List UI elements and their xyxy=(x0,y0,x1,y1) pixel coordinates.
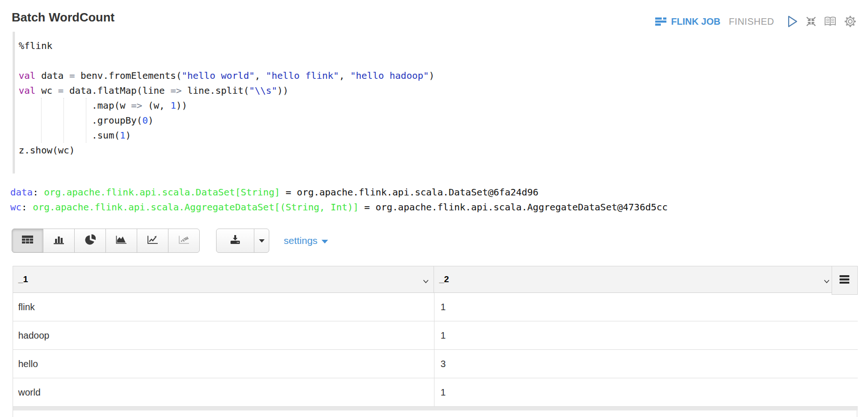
zeppelin-paragraph: Batch WordCount FLINK JOB FINISHED xyxy=(0,0,868,417)
paragraph-controls: FLINK JOB FINISHED xyxy=(655,13,857,30)
cell-word: flink xyxy=(18,293,35,321)
scatter-chart-icon xyxy=(178,235,190,247)
line-chart-button[interactable] xyxy=(137,229,168,253)
cell-count: 1 xyxy=(441,321,446,349)
chart-type-button-group xyxy=(12,229,200,253)
book-icon[interactable] xyxy=(824,16,837,27)
horizontal-scrollbar[interactable] xyxy=(13,407,858,410)
pie-chart-icon xyxy=(84,234,96,247)
table-row: flink1 xyxy=(13,293,858,321)
editor-gutter xyxy=(13,32,15,174)
code-line: val data = benv.fromElements("hello worl… xyxy=(19,68,812,83)
caret-down-icon xyxy=(259,239,265,243)
area-chart-button[interactable] xyxy=(105,229,137,253)
gear-icon[interactable] xyxy=(844,15,857,28)
table-chart-button[interactable] xyxy=(12,229,43,253)
scatter-chart-button[interactable] xyxy=(168,229,200,253)
code-line: %flink xyxy=(19,38,812,53)
indent-guide xyxy=(86,98,86,143)
output-line: wc: org.apache.flink.api.scala.Aggregate… xyxy=(10,200,668,215)
run-button[interactable] xyxy=(787,15,798,28)
cell-count: 1 xyxy=(441,293,446,321)
area-chart-icon xyxy=(115,235,127,247)
table-icon xyxy=(21,235,34,247)
download-button-group xyxy=(216,229,269,253)
code-editor[interactable]: %flink val data = benv.fromElements("hel… xyxy=(19,38,812,158)
cell-count: 1 xyxy=(441,378,446,406)
hamburger-menu-icon xyxy=(840,275,850,285)
indent-guide xyxy=(41,98,42,143)
indent-guide xyxy=(63,98,64,143)
line-chart-icon xyxy=(147,235,159,247)
table-row: hadoop1 xyxy=(13,321,858,350)
code-line: .map(w => (w, 1)) xyxy=(19,98,812,113)
table-header-row: _1 _2 xyxy=(13,266,858,293)
status-badge: FINISHED xyxy=(729,16,774,27)
chevron-down-icon[interactable] xyxy=(423,277,429,285)
table-body: flink1hadoop1hello3world1 xyxy=(13,293,858,407)
table-row: world1 xyxy=(13,378,858,407)
paragraph-title: Batch WordCount xyxy=(12,10,115,25)
settings-label: settings xyxy=(284,235,317,246)
settings-caret-icon xyxy=(322,240,328,243)
column-header-1-label: _1 xyxy=(13,274,28,285)
code-line: .sum(1) xyxy=(19,128,812,143)
download-icon xyxy=(229,234,241,247)
column-header-2[interactable]: _2 xyxy=(434,266,858,292)
flink-job-label: FLINK JOB xyxy=(671,16,721,27)
column-header-1[interactable]: _1 xyxy=(13,266,434,292)
table-row: hello3 xyxy=(13,350,858,378)
code-line: val wc = data.flatMap(line => line.split… xyxy=(19,83,812,98)
cell-word: hello xyxy=(18,350,38,378)
column-header-2-label: _2 xyxy=(434,274,449,285)
grid-menu-button[interactable] xyxy=(832,266,858,295)
code-line: .groupBy(0) xyxy=(19,113,812,128)
collapse-icon[interactable] xyxy=(805,16,817,27)
download-button[interactable] xyxy=(216,229,254,253)
download-options-button[interactable] xyxy=(254,229,269,253)
result-table: _1 _2 flink1hadoop1hello3world1 xyxy=(13,266,857,417)
settings-toggle[interactable]: settings xyxy=(284,235,328,246)
tasks-icon xyxy=(655,16,667,27)
chevron-down-icon[interactable] xyxy=(824,277,830,285)
flink-job-link[interactable]: FLINK JOB xyxy=(655,16,721,27)
bar-chart-button[interactable] xyxy=(43,229,75,253)
code-line xyxy=(19,53,812,68)
bar-chart-icon xyxy=(53,235,65,247)
code-line: z.show(wc) xyxy=(19,143,812,158)
output-line: data: org.apache.flink.api.scala.DataSet… xyxy=(10,185,668,200)
paragraph-output: data: org.apache.flink.api.scala.DataSet… xyxy=(10,185,668,215)
cell-word: world xyxy=(18,378,41,406)
cell-word: hadoop xyxy=(18,321,49,349)
pie-chart-button[interactable] xyxy=(74,229,106,253)
column-divider xyxy=(434,293,434,407)
cell-count: 3 xyxy=(441,350,446,378)
